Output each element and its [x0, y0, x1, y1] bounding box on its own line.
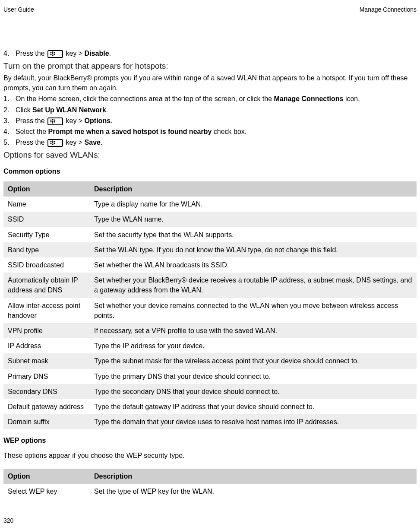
option-cell: Security Type: [3, 227, 90, 242]
svg-point-11: [52, 122, 53, 123]
description-cell: Type the subnet mask for the wireless ac…: [90, 353, 417, 368]
table-row: Domain suffixType the domain that your d…: [3, 414, 417, 429]
step-number: 4.: [3, 48, 16, 58]
table-row: Band typeSet the WLAN type. If you do no…: [3, 242, 417, 257]
step-text: Click Set Up WLAN Network.: [16, 105, 417, 115]
table-row: Default gateway addressType the default …: [3, 399, 417, 414]
option-cell: Band type: [3, 242, 90, 257]
svg-point-4: [52, 55, 53, 56]
description-cell: Set whether your device remains connecte…: [90, 298, 417, 323]
svg-point-0: [50, 52, 51, 53]
option-cell: SSID broadcasted: [3, 257, 90, 273]
wep-options-table: Option Description Select WEP keySet the…: [3, 469, 417, 499]
svg-point-16: [52, 140, 53, 142]
description-cell: Type the IP address for your device.: [90, 338, 417, 353]
table-row: SSIDType the WLAN name.: [3, 212, 417, 227]
blackberry-menu-key-icon: [47, 139, 63, 147]
option-cell: Default gateway address: [3, 399, 90, 414]
svg-point-9: [52, 118, 53, 120]
blackberry-menu-key-icon: [47, 50, 63, 58]
svg-point-20: [54, 143, 55, 144]
table-row: Primary DNSType the primary DNS that you…: [3, 369, 417, 384]
description-cell: Set whether your BlackBerry® device rece…: [90, 273, 417, 298]
svg-point-17: [52, 142, 53, 143]
svg-point-19: [54, 141, 55, 142]
step-text: Select the Prompt me when a saved hotspo…: [16, 127, 417, 136]
svg-point-2: [52, 51, 53, 53]
wep-intro: These options appear if you choose the W…: [3, 451, 417, 460]
step-number: 4.: [3, 127, 16, 136]
option-cell: Secondary DNS: [3, 384, 90, 399]
svg-point-12: [54, 119, 55, 121]
list-item: 3.Press the key > Options.: [3, 116, 417, 126]
step-text: On the Home screen, click the connection…: [16, 94, 417, 104]
step-text: Press the key > Disable.: [16, 48, 417, 58]
common-options-table: Option Description NameType a display na…: [3, 181, 417, 429]
option-cell: Automatically obtain IP address and DNS: [3, 273, 90, 298]
description-cell: Set whether the WLAN broadcasts its SSID…: [90, 257, 417, 273]
description-cell: Type the secondary DNS that your device …: [90, 384, 417, 399]
svg-point-15: [50, 143, 51, 144]
table-row: Automatically obtain IP address and DNSS…: [3, 273, 417, 298]
page-header: User Guide Manage Connections: [3, 5, 417, 14]
th-option: Option: [3, 181, 90, 197]
option-cell: Name: [3, 197, 90, 212]
step-number: 1.: [3, 94, 16, 104]
description-cell: Set the type of WEP key for the WLAN.: [90, 484, 417, 499]
table-row: NameType a display name for the WLAN.: [3, 197, 417, 212]
blackberry-menu-key-icon: [47, 117, 63, 125]
step-text: Press the key > Options.: [16, 116, 417, 126]
table-row: Subnet maskType the subnet mask for the …: [3, 353, 417, 368]
list-item: 1.On the Home screen, click the connecti…: [3, 94, 417, 104]
svg-point-8: [50, 121, 51, 122]
list-item: 2.Click Set Up WLAN Network.: [3, 105, 417, 115]
hotspot-steps-list: 1.On the Home screen, click the connecti…: [3, 94, 417, 147]
table-row: Select WEP keySet the type of WEP key fo…: [3, 484, 417, 499]
svg-point-6: [54, 54, 55, 55]
svg-point-18: [52, 144, 53, 145]
list-item: 5.Press the key > Save.: [3, 137, 417, 147]
th-option: Option: [3, 469, 90, 484]
option-cell: Subnet mask: [3, 353, 90, 368]
svg-point-10: [52, 120, 53, 121]
step-number: 2.: [3, 105, 16, 115]
description-cell: Type the default gateway IP address that…: [90, 399, 417, 414]
table-row: VPN profileIf necessary, set a VPN profi…: [3, 323, 417, 338]
heading-saved-wlans: Options for saved WLANs:: [3, 149, 417, 161]
description-cell: Type a display name for the WLAN.: [90, 197, 417, 212]
svg-point-3: [52, 53, 53, 54]
table-row: Allow inter-access point handoverSet whe…: [3, 298, 417, 323]
svg-point-13: [54, 121, 55, 122]
table-row: IP AddressType the IP address for your d…: [3, 338, 417, 353]
header-left: User Guide: [3, 5, 34, 14]
heading-hotspot-prompt: Turn on the prompt that appears for hots…: [3, 60, 417, 72]
description-cell: Type the primary DNS that your device sh…: [90, 369, 417, 384]
option-cell: VPN profile: [3, 323, 90, 338]
option-cell: Select WEP key: [3, 484, 90, 499]
table-row: SSID broadcastedSet whether the WLAN bro…: [3, 257, 417, 273]
table-row: Secondary DNSType the secondary DNS that…: [3, 384, 417, 399]
option-cell: IP Address: [3, 338, 90, 353]
table-row: Security TypeSet the security type that …: [3, 227, 417, 242]
list-item: 4.Select the Prompt me when a saved hots…: [3, 127, 417, 136]
svg-point-7: [50, 119, 51, 121]
header-right: Manage Connections: [360, 5, 417, 14]
option-cell: Allow inter-access point handover: [3, 298, 90, 323]
option-cell: SSID: [3, 212, 90, 227]
description-cell: Type the WLAN name.: [90, 212, 417, 227]
option-cell: Primary DNS: [3, 369, 90, 384]
step-number: 3.: [3, 116, 16, 126]
subheading-wep: WEP options: [3, 435, 417, 445]
description-cell: Set the WLAN type. If you do not know th…: [90, 242, 417, 257]
intro-hotspot: By default, your BlackBerry® prompts you…: [3, 73, 417, 93]
th-description: Description: [90, 181, 417, 197]
step-4-disable: 4. Press the key > Disable.: [3, 48, 417, 58]
th-description: Description: [90, 469, 417, 484]
svg-point-14: [50, 141, 51, 142]
description-cell: If necessary, set a VPN profile to use w…: [90, 323, 417, 338]
step-list-continuation: 4. Press the key > Disable.: [3, 48, 417, 58]
description-cell: Set the security type that the WLAN supp…: [90, 227, 417, 242]
svg-point-1: [50, 54, 51, 55]
description-cell: Type the domain that your device uses to…: [90, 414, 417, 429]
step-text: Press the key > Save.: [16, 137, 417, 147]
